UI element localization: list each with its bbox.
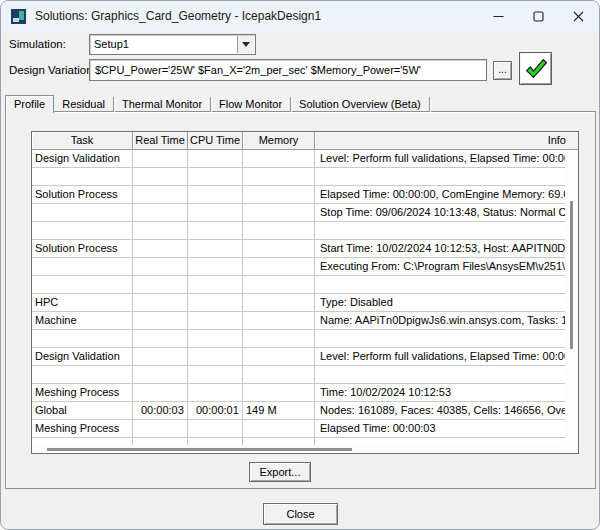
titlebar[interactable]: Solutions: Graphics_Card_Geometry - Icep…	[1, 1, 599, 31]
cell-task: HPC	[32, 294, 133, 312]
cell-memory	[243, 240, 315, 258]
chevron-down-icon	[242, 42, 250, 47]
header-info[interactable]: Info	[315, 132, 578, 150]
cell-info: Elapsed Time: 00:00:03	[315, 420, 565, 438]
header-cpu-time[interactable]: CPU Time	[188, 132, 243, 150]
cell-memory	[243, 438, 315, 445]
header-task[interactable]: Task	[32, 132, 133, 150]
cell-cpu-time: 00:00:01	[188, 402, 243, 420]
green-checkmark-icon	[523, 56, 548, 81]
cell-task	[32, 222, 133, 240]
window-title: Solutions: Graphics_Card_Geometry - Icep…	[35, 1, 321, 31]
cell-info	[315, 276, 565, 294]
cell-cpu-time	[188, 222, 243, 240]
cell-memory	[243, 150, 315, 168]
cell-memory	[243, 258, 315, 276]
close-button[interactable]: Close	[263, 503, 338, 525]
header-memory[interactable]: Memory	[243, 132, 315, 150]
horizontal-scrollbar[interactable]	[32, 445, 578, 453]
cell-task	[32, 168, 133, 186]
table-row[interactable]: Solution ProcessElapsed Time: 00:00:00, …	[32, 186, 565, 204]
table-row[interactable]	[32, 330, 565, 348]
cell-real-time	[133, 420, 188, 438]
table-row[interactable]: Stop Time: 09/06/2024 10:13:48, Status: …	[32, 204, 565, 222]
cell-memory	[243, 330, 315, 348]
table-row[interactable]: MachineName: AAPiTn0DpigwJs6.win.ansys.c…	[32, 312, 565, 330]
solutions-dialog: Solutions: Graphics_Card_Geometry - Icep…	[0, 0, 600, 530]
tab-flow-monitor[interactable]: Flow Monitor	[211, 97, 291, 112]
table-row[interactable]	[32, 438, 565, 445]
cell-task: Solution Process	[32, 240, 133, 258]
cell-task	[32, 276, 133, 294]
horizontal-scrollbar-thumb[interactable]	[47, 448, 352, 451]
cell-cpu-time	[188, 168, 243, 186]
minimize-icon	[493, 11, 504, 22]
table-body: Design ValidationLevel: Perform full val…	[32, 150, 578, 445]
design-variation-browse-button[interactable]: ...	[493, 61, 512, 80]
header-real-time[interactable]: Real Time	[133, 132, 188, 150]
table-row[interactable]: Design ValidationLevel: Perform full val…	[32, 150, 565, 168]
cell-memory	[243, 294, 315, 312]
cell-real-time	[133, 276, 188, 294]
tab-residual[interactable]: Residual	[54, 97, 114, 112]
cell-memory	[243, 420, 315, 438]
simulation-combobox[interactable]: Setup1	[89, 34, 256, 55]
cell-memory: 149 M	[243, 402, 315, 420]
close-window-button[interactable]	[558, 1, 598, 31]
cell-real-time: 00:00:03	[133, 402, 188, 420]
table-row[interactable]: HPCType: Disabled	[32, 294, 565, 312]
cell-task	[32, 258, 133, 276]
vertical-scrollbar[interactable]	[565, 150, 578, 445]
validate-button[interactable]	[519, 52, 552, 85]
cell-real-time	[133, 204, 188, 222]
design-variation-field[interactable]: $CPU_Power='25W' $Fan_X='2m_per_sec' $Me…	[89, 59, 487, 81]
table-row[interactable]: Design ValidationLevel: Perform full val…	[32, 348, 565, 366]
tab-thermal-monitor[interactable]: Thermal Monitor	[114, 97, 211, 112]
cell-memory	[243, 222, 315, 240]
close-icon	[573, 11, 584, 22]
cell-real-time	[133, 348, 188, 366]
vertical-scrollbar-thumb[interactable]	[570, 201, 573, 349]
table-row[interactable]: Solution ProcessStart Time: 10/02/2024 1…	[32, 240, 565, 258]
cell-cpu-time	[188, 348, 243, 366]
cell-real-time	[133, 366, 188, 384]
cell-info: Stop Time: 09/06/2024 10:13:48, Status: …	[315, 204, 565, 222]
cell-info	[315, 168, 565, 186]
cell-memory	[243, 384, 315, 402]
table-row[interactable]	[32, 366, 565, 384]
maximize-icon	[533, 11, 544, 22]
maximize-button[interactable]	[518, 1, 558, 31]
cell-info	[315, 366, 565, 384]
cell-memory	[243, 348, 315, 366]
table-row[interactable]: Global00:00:0300:00:01149 MNodes: 161089…	[32, 402, 565, 420]
table-row[interactable]	[32, 276, 565, 294]
cell-info: Level: Perform full validations, Elapsed…	[315, 348, 565, 366]
cell-memory	[243, 204, 315, 222]
table-row[interactable]: Meshing ProcessTime: 10/02/2024 10:12:53	[32, 384, 565, 402]
cell-task: Machine	[32, 312, 133, 330]
cell-cpu-time	[188, 312, 243, 330]
export-button[interactable]: Export...	[249, 462, 311, 482]
cell-real-time	[133, 294, 188, 312]
minimize-button[interactable]	[478, 1, 518, 31]
cell-task	[32, 438, 133, 445]
table-row[interactable]	[32, 168, 565, 186]
cell-real-time	[133, 150, 188, 168]
table-row[interactable]: Meshing ProcessElapsed Time: 00:00:03	[32, 420, 565, 438]
cell-memory	[243, 366, 315, 384]
tab-solution-overview[interactable]: Solution Overview (Beta)	[291, 97, 430, 112]
cell-info	[315, 222, 565, 240]
cell-real-time	[133, 240, 188, 258]
table-row[interactable]	[32, 222, 565, 240]
cell-memory	[243, 186, 315, 204]
cell-real-time	[133, 258, 188, 276]
simulation-label: Simulation:	[9, 38, 66, 50]
cell-cpu-time	[188, 420, 243, 438]
table-row[interactable]: Executing From: C:\Program Files\AnsysEM…	[32, 258, 565, 276]
cell-info: Type: Disabled	[315, 294, 565, 312]
simulation-dropdown-button[interactable]	[237, 36, 254, 53]
cell-cpu-time	[188, 330, 243, 348]
tab-profile[interactable]: Profile	[5, 95, 54, 113]
cell-cpu-time	[188, 366, 243, 384]
cell-memory	[243, 312, 315, 330]
